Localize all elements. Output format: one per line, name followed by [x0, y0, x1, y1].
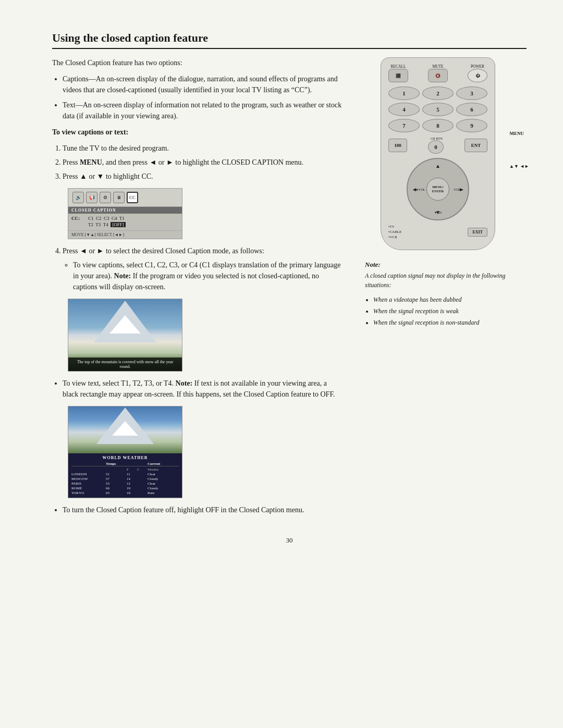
- cc-icons-row: 🔊 📢 ⚙ 🖥 CC: [68, 189, 182, 207]
- bottom-row: 100 CH RTN 0 ENT: [388, 137, 487, 154]
- power-label: POWER: [468, 64, 487, 69]
- source-vcr[interactable]: •VCR: [388, 235, 401, 239]
- recall-label: RECALL: [388, 64, 408, 69]
- menu-side-label: MENU: [510, 131, 524, 136]
- cc-icon-cc: CC: [127, 192, 138, 203]
- power-btn[interactable]: ⏻: [468, 69, 487, 82]
- step-off: To turn the Closed Caption feature off, …: [63, 504, 344, 515]
- btn-2[interactable]: 2: [422, 87, 454, 100]
- cc-menu-screenshot: 🔊 📢 ⚙ 🖥 CC CLOSED CAPTION CC: C1 C2 C3 C…: [68, 188, 182, 239]
- cc-menu-title: CLOSED CAPTION: [68, 207, 182, 214]
- page-number: 30: [52, 536, 527, 545]
- btn-ent[interactable]: ENT: [464, 139, 487, 152]
- subheading: To view captions or text:: [52, 127, 344, 138]
- step4-subbullets: To view captions, select C1, C2, C3, or …: [73, 260, 344, 292]
- weather-image: WORLD WEATHER Temps Current F C Weather: [68, 406, 182, 498]
- step-1: Tune the TV to the desired program.: [63, 143, 344, 154]
- cc-options: CC: C1 C2 C3 C4 T1 T2 T3 T4 [OFF]: [68, 214, 182, 230]
- btn-6[interactable]: 6: [456, 103, 487, 116]
- cc-row-2: T2 T3 T4 [OFF]: [71, 222, 179, 227]
- weather-title: WORLD WEATHER: [71, 455, 179, 460]
- arrow-side-label: ▲▼ ◄►: [509, 164, 529, 169]
- note-list: When a videotape has been dubbed When th…: [373, 295, 511, 327]
- note-item-3: When the signal reception is non-standar…: [373, 318, 511, 327]
- note-item-1: When a videotape has been dubbed: [373, 295, 511, 304]
- note-title: Note:: [365, 261, 511, 269]
- btn-4[interactable]: 4: [388, 103, 420, 116]
- power-group: POWER ⏻: [468, 64, 487, 82]
- source-tv[interactable]: •TV: [388, 225, 401, 229]
- number-grid: 1 2 3 4 5 6 7 8 9: [388, 87, 487, 132]
- btn-3[interactable]: 3: [456, 87, 487, 100]
- left-column: The Closed Caption feature has two optio…: [52, 57, 344, 521]
- remote-container: RECALL ⬛ MUTE 🔇 POWER ⏻: [365, 57, 511, 250]
- btn-1[interactable]: 1: [388, 87, 420, 100]
- btn-0[interactable]: 0: [428, 140, 444, 154]
- weather-row-paris: PARIS 53 12 Clear: [71, 482, 179, 486]
- btn-7[interactable]: 7: [388, 119, 420, 132]
- weather-sub-header: F C Weather: [71, 467, 179, 471]
- btn-5[interactable]: 5: [422, 103, 454, 116]
- btn-9[interactable]: 9: [456, 119, 487, 132]
- weather-row-rome: ROME 66 19 Cloudy: [71, 486, 179, 490]
- mute-group: MUTE 🔇: [428, 64, 448, 82]
- right-column: RECALL ⬛ MUTE 🔇 POWER ⏻: [365, 57, 511, 521]
- cc-icon-3: ⚙: [100, 192, 111, 203]
- vol-left-label: ◄VOL: [415, 188, 425, 191]
- cc-icon-2: 📢: [86, 192, 97, 203]
- source-buttons: •TV •CABLE •VCR: [388, 225, 401, 239]
- cc-icon-1: 🔊: [72, 192, 84, 203]
- ch-rtn-label: CH RTN: [428, 137, 443, 140]
- ch-up-label: ▲: [436, 165, 439, 168]
- note-intro: A closed caption signal may not display …: [365, 271, 511, 290]
- source-cable[interactable]: •CABLE: [388, 230, 401, 234]
- step4-list: Press ◄ or ► to select the desired Close…: [63, 245, 344, 292]
- weather-row-moscow: MOSCOW 57 14 Cloudy: [71, 477, 179, 481]
- ch-rtn-group: CH RTN 0: [428, 137, 444, 154]
- nav-circle: ▲ ▼ ◄ ► ◄VOL VOL► ▲ ▼CH MENU/ ENTER: [407, 158, 469, 220]
- remote-top-row: RECALL ⬛ MUTE 🔇 POWER ⏻: [388, 64, 487, 82]
- cc-icon-4: 🖥: [113, 192, 125, 203]
- recall-btn[interactable]: ⬛: [388, 69, 408, 82]
- weather-row-london: LONDON 51 11 Clear: [71, 472, 179, 476]
- step-3: Press ▲ or ▼ to highlight CC.: [63, 171, 344, 182]
- recall-group: RECALL ⬛: [388, 64, 408, 82]
- nav-center-btn[interactable]: MENU/ ENTER: [426, 178, 449, 201]
- w-snow: [112, 421, 138, 436]
- cc-bottom: MOVE [▼▲] SELECT [◄►]: [68, 230, 182, 239]
- remote-wrapper: RECALL ⬛ MUTE 🔇 POWER ⏻: [381, 57, 495, 250]
- mute-btn[interactable]: 🔇: [428, 69, 448, 82]
- page-title: Using the closed caption feature: [52, 31, 527, 49]
- step-2: Press MENU, and then press ◄ or ► to hig…: [63, 157, 344, 168]
- weather-mountain-bg: [68, 406, 182, 453]
- bullet-captions: Captions—An on-screen display of the dia…: [63, 73, 344, 95]
- steps-list: Tune the TV to the desired program. Pres…: [63, 143, 344, 182]
- turn-off-bullet: To turn the Closed Caption feature off, …: [63, 504, 344, 515]
- step4-bullet-captions: To view captions, select C1, C2, C3, or …: [73, 260, 344, 292]
- note-item-2: When the signal reception is weak: [373, 306, 511, 316]
- ch-down-label: ▼CH: [434, 211, 442, 214]
- caption-bar: The top of the mountain is covered with …: [68, 357, 182, 371]
- exit-btn[interactable]: EXIT: [468, 228, 487, 237]
- weather-table: WORLD WEATHER Temps Current F C Weather: [68, 453, 182, 498]
- btn-100[interactable]: 100: [388, 139, 407, 152]
- cc-row-1: CC: C1 C2 C3 C4 T1: [71, 216, 179, 221]
- weather-header: Temps Current: [71, 462, 179, 466]
- step4-bullet-text: To view text, select T1, T2, T3, or T4. …: [63, 378, 344, 400]
- feature-bullets: Captions—An on-screen display of the dia…: [63, 73, 344, 121]
- mountain-snow: [109, 315, 141, 334]
- vol-right-label: VOL►: [454, 188, 464, 191]
- mountain-caption-image: The top of the mountain is covered with …: [68, 299, 182, 372]
- note-section: Note: A closed caption signal may not di…: [365, 261, 511, 327]
- remote-bottom: •TV •CABLE •VCR EXIT: [388, 225, 487, 239]
- remote-control: RECALL ⬛ MUTE 🔇 POWER ⏻: [381, 57, 495, 250]
- bullet-text: Text—An on-screen display of information…: [63, 100, 344, 121]
- intro-text: The Closed Caption feature has two optio…: [52, 57, 344, 68]
- weather-row-tokyo: TOKYO 65 18 Rain: [71, 491, 179, 495]
- btn-8[interactable]: 8: [422, 119, 454, 132]
- step-4: Press ◄ or ► to select the desired Close…: [63, 245, 344, 292]
- step4-text-bullets: To view text, select T1, T2, T3, or T4. …: [63, 378, 344, 400]
- mute-label: MUTE: [428, 64, 448, 69]
